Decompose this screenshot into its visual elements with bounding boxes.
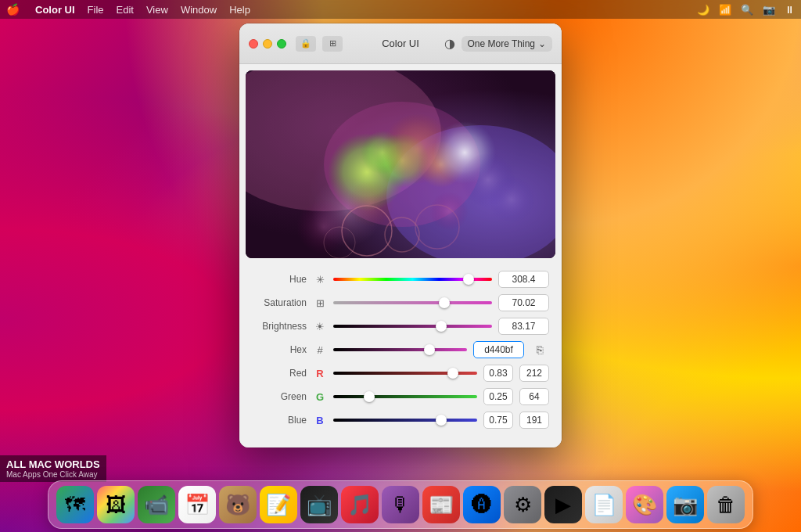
hex-label: Hex (252, 344, 307, 355)
menubar-pause-icon: ⏸ (785, 4, 795, 16)
green-float-input[interactable]: 0.25 (483, 388, 513, 405)
color-preview-area (246, 70, 555, 258)
watermark-title: ALL MAC WORLDS (6, 458, 100, 470)
titlebar-tools: 🔒 ⊞ (296, 36, 343, 52)
red-icon: R (313, 368, 327, 379)
menubar-search-icon[interactable]: 🔍 (741, 4, 753, 16)
minimize-button[interactable] (263, 39, 272, 49)
blue-label: Blue (252, 415, 307, 426)
hex-input[interactable]: d440bf (473, 341, 524, 358)
dropdown-label: One More Thing (468, 38, 536, 49)
menubar-moon-icon: 🌙 (697, 4, 709, 16)
saturation-label: Saturation (252, 297, 307, 308)
red-float-input[interactable]: 0.83 (483, 365, 513, 382)
blue-int-input[interactable]: 191 (519, 412, 549, 429)
red-int-input[interactable]: 212 (519, 365, 549, 382)
dock-item-music[interactable]: 🎵 (341, 486, 379, 523)
eyedropper-tool-button[interactable]: 🔒 (296, 36, 316, 52)
menubar-view[interactable]: View (146, 4, 168, 16)
titlebar: 🔒 ⊞ Color UI ◑ One More Thing ⌄ (239, 23, 562, 64)
hex-thumb[interactable] (424, 344, 435, 355)
dock-item-screencapture[interactable]: 📷 (666, 486, 704, 523)
titlebar-right: ◑ One More Thing ⌄ (444, 36, 553, 52)
close-button[interactable] (249, 39, 258, 49)
svg-point-14 (347, 180, 394, 227)
red-row: Red R 0.83 212 (252, 365, 549, 382)
red-thumb[interactable] (447, 368, 458, 379)
bokeh-canvas (246, 70, 555, 258)
green-int-input[interactable]: 64 (519, 388, 549, 405)
dock-item-terminal[interactable]: ▶ (544, 486, 582, 523)
brightness-label: Brightness (252, 321, 307, 332)
dock-item-system-prefs[interactable]: ⚙ (504, 486, 541, 523)
dock-item-trash[interactable]: 🗑 (707, 486, 745, 523)
brightness-icon: ☀ (313, 321, 327, 332)
menubar-window[interactable]: Window (181, 4, 217, 16)
hue-input[interactable]: 308.4 (498, 271, 549, 288)
one-more-thing-dropdown[interactable]: One More Thing ⌄ (462, 36, 553, 52)
chevron-down-icon: ⌄ (538, 38, 546, 49)
red-label: Red (252, 368, 307, 379)
dock-item-podcasts[interactable]: 🎙 (382, 486, 419, 523)
red-slider[interactable] (333, 372, 477, 375)
brightness-input[interactable]: 83.17 (498, 318, 549, 335)
green-thumb[interactable] (364, 391, 375, 402)
dock-item-maps[interactable]: 🗺 (56, 486, 94, 523)
menubar: 🍎 Color UI File Edit View Window Help 🌙 … (0, 0, 801, 19)
grid-tool-button[interactable]: ⊞ (322, 36, 343, 52)
dock-item-facetime[interactable]: 📹 (138, 486, 175, 523)
hex-row: Hex # d440bf ⎘ (252, 341, 549, 358)
hue-row: Hue ✳ 308.4 (252, 271, 549, 288)
controls-area: Hue ✳ 308.4 Saturation ⊞ 70.02 Brightnes… (239, 264, 562, 448)
hex-icon: # (313, 344, 327, 356)
green-row: Green G 0.25 64 (252, 388, 549, 405)
dock-item-app-store[interactable]: 🅐 (463, 486, 501, 523)
saturation-icon: ⊞ (313, 297, 327, 309)
svg-point-16 (429, 192, 469, 231)
hue-thumb[interactable] (463, 274, 474, 285)
green-icon: G (313, 391, 327, 403)
maximize-button[interactable] (277, 39, 286, 49)
dock-item-notes[interactable]: 📝 (260, 486, 297, 523)
blue-float-input[interactable]: 0.75 (483, 412, 513, 429)
brightness-thumb[interactable] (436, 321, 447, 332)
menubar-file[interactable]: File (88, 4, 104, 16)
svg-point-12 (488, 176, 535, 223)
menubar-edit[interactable]: Edit (117, 4, 134, 16)
green-slider[interactable] (333, 395, 477, 398)
brightness-slider[interactable] (333, 325, 492, 328)
watermark-subtitle: Mac Apps One Click Away (6, 470, 100, 479)
copy-hex-button[interactable]: ⎘ (530, 341, 549, 358)
dock-item-apple-tv[interactable]: 📺 (300, 486, 338, 523)
contrast-icon: ◑ (444, 36, 455, 51)
menubar-right: 🌙 📶 🔍 📷 ⏸ (697, 4, 795, 16)
blue-icon: B (313, 415, 327, 426)
saturation-slider[interactable] (333, 301, 492, 304)
blue-slider[interactable] (333, 419, 477, 422)
saturation-thumb[interactable] (439, 297, 450, 308)
dock-item-calendar[interactable]: 📅 (178, 486, 216, 523)
hue-slider[interactable] (333, 278, 492, 281)
hue-icon: ✳ (313, 274, 327, 286)
traffic-lights (249, 39, 286, 49)
dock-item-news[interactable]: 📰 (422, 486, 460, 523)
app-window: 🔒 ⊞ Color UI ◑ One More Thing ⌄ (239, 23, 562, 448)
menubar-wifi-icon: 📶 (719, 4, 731, 16)
green-label: Green (252, 391, 307, 402)
blue-thumb[interactable] (436, 415, 447, 426)
dock-item-preview[interactable]: 📄 (585, 486, 623, 523)
window-title: Color UI (382, 38, 419, 49)
menubar-app-name[interactable]: Color UI (35, 4, 75, 16)
dock-item-photos[interactable]: 🖼 (97, 486, 135, 523)
dock: 🗺🖼📹📅🐻📝📺🎵🎙📰🅐⚙▶📄🎨📷🗑 (48, 480, 753, 529)
menubar-camera-icon: 📷 (763, 4, 775, 16)
hex-slider[interactable] (333, 348, 467, 351)
dock-item-colorui[interactable]: 🎨 (626, 486, 663, 523)
saturation-input[interactable]: 70.02 (498, 294, 549, 311)
watermark: ALL MAC WORLDS Mac Apps One Click Away (0, 455, 106, 482)
saturation-row: Saturation ⊞ 70.02 (252, 294, 549, 311)
hue-label: Hue (252, 274, 307, 285)
dock-item-bear-app[interactable]: 🐻 (219, 486, 257, 523)
apple-menu-icon[interactable]: 🍎 (6, 3, 20, 16)
menubar-help[interactable]: Help (229, 4, 250, 16)
